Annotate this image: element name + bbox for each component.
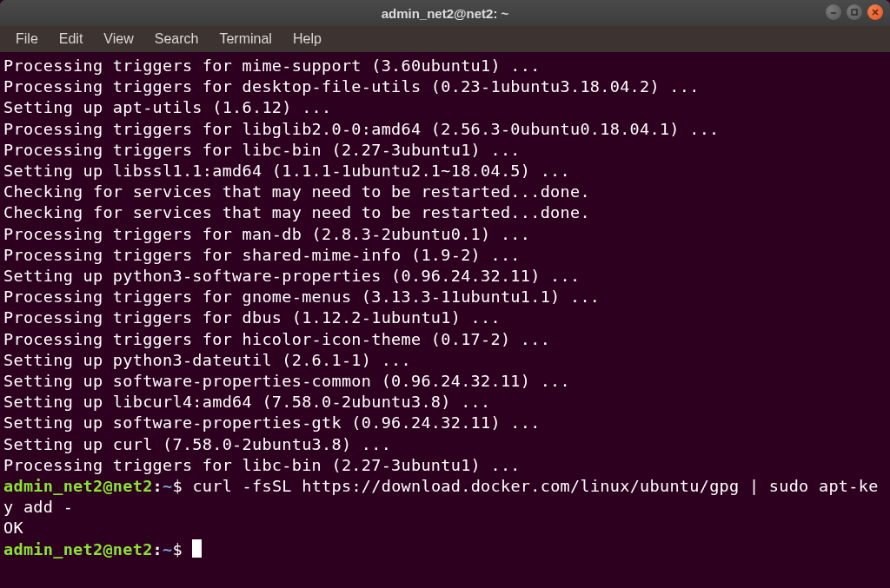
cursor [192,539,202,558]
output-line: Processing triggers for man-db (2.8.3-2u… [3,224,887,245]
output-line: Processing triggers for dbus (1.12.2-1ub… [3,307,887,328]
output-line: Checking for services that may need to b… [3,182,887,202]
prompt-line-2: admin_net2@net2:~$ [3,539,887,560]
output-line: Setting up software-properties-common (0… [3,371,887,392]
output-line: Setting up libcurl4:amd64 (7.58.0-2ubunt… [3,392,887,413]
output-line: Setting up libssl1.1:amd64 (1.1.1-1ubunt… [3,161,887,182]
menu-search[interactable]: Search [146,29,208,50]
menu-terminal[interactable]: Terminal [210,29,280,50]
prompt-dollar: $ [172,477,192,495]
output-line: Processing triggers for desktop-file-uti… [3,76,887,97]
close-button[interactable] [867,4,883,20]
minimize-icon [829,8,838,17]
output-line: Processing triggers for libc-bin (2.27-3… [3,140,887,161]
menubar: File Edit View Search Terminal Help [0,26,890,52]
terminal-area[interactable]: Processing triggers for mime-support (3.… [0,52,890,588]
maximize-icon [850,8,859,17]
prompt-user-host: admin_net2@net2 [3,477,153,495]
output-line: Processing triggers for libc-bin (2.27-3… [3,455,887,476]
window-title: admin_net2@net2: ~ [382,6,509,21]
prompt-colon: : [153,540,163,558]
output-ok: OK [3,518,887,538]
output-line: Processing triggers for mime-support (3.… [3,56,887,76]
menu-edit[interactable]: Edit [50,29,92,50]
titlebar: admin_net2@net2: ~ [0,0,890,26]
output-line: Checking for services that may need to b… [3,202,887,223]
minimize-button[interactable] [826,4,841,20]
output-line: Setting up python3-software-properties (… [3,266,887,287]
prompt-colon: : [153,477,163,495]
output-line: Processing triggers for hicolor-icon-the… [3,329,887,350]
output-line: Processing triggers for libglib2.0-0:amd… [3,119,887,140]
output-line: Setting up software-properties-gtk (0.96… [3,413,887,433]
output-line: Setting up apt-utils (1.6.12) ... [3,97,887,118]
prompt-path: ~ [163,540,172,558]
menu-file[interactable]: File [7,29,47,50]
output-line: Setting up python3-dateutil (2.6.1-1) ..… [3,350,887,371]
menu-view[interactable]: View [95,29,142,50]
menu-help[interactable]: Help [284,29,330,50]
window-controls [826,4,883,20]
prompt-user-host: admin_net2@net2 [3,540,153,558]
close-icon [871,8,880,17]
output-line: Setting up curl (7.58.0-2ubuntu3.8) ... [3,434,887,455]
svg-rect-1 [852,10,857,15]
prompt-dollar: $ [172,540,192,558]
output-line: Processing triggers for gnome-menus (3.1… [3,287,887,307]
prompt-path: ~ [163,477,172,495]
prompt-line-1: admin_net2@net2:~$ curl -fsSL https://do… [3,476,887,518]
output-line: Processing triggers for shared-mime-info… [3,245,887,266]
maximize-button[interactable] [847,4,862,20]
